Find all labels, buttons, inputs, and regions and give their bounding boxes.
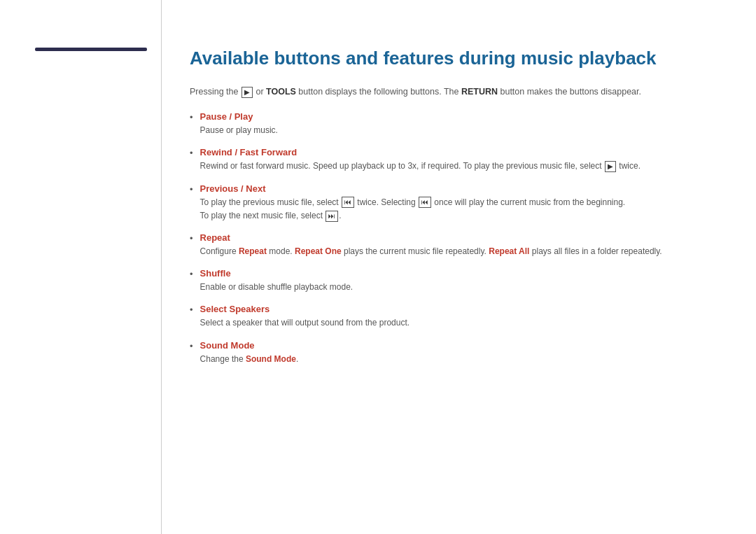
bullet-dot-5: • — [190, 269, 193, 279]
bullet-title-previous-next: Previous / Next — [200, 183, 714, 194]
rewind-icon-inline: ▶ — [605, 161, 616, 172]
bullet-content-2: Rewind / Fast Forward Rewind or fast for… — [200, 147, 714, 173]
tools-label: TOOLS — [266, 87, 296, 97]
next-icon-inline: ⏭ — [326, 211, 338, 222]
list-item-select-speakers: • Select Speakers Select a speaker that … — [190, 304, 714, 330]
list-item-shuffle: • Shuffle Enable or disable shuffle play… — [190, 268, 714, 294]
bullet-title-pause-play: Pause / Play — [200, 111, 714, 122]
intro-paragraph: Pressing the ▶ or TOOLS button displays … — [190, 85, 714, 99]
page-title: Available buttons and features during mu… — [190, 48, 714, 69]
bullet-content-4: Repeat Configure Repeat mode. Repeat One… — [200, 232, 714, 258]
list-item-sound-mode: • Sound Mode Change the Sound Mode. — [190, 340, 714, 366]
bullet-content-3: Previous / Next To play the previous mus… — [200, 183, 714, 223]
bullet-desc-rewind: Rewind or fast forward music. Speed up p… — [200, 161, 640, 171]
sidebar-decoration-bar — [35, 48, 147, 51]
play-icon-inline: ▶ — [241, 87, 253, 98]
bullet-title-select-speakers: Select Speakers — [200, 304, 714, 314]
list-item-previous-next: • Previous / Next To play the previous m… — [190, 183, 714, 223]
sound-mode-highlight: Sound Mode — [246, 354, 296, 364]
bullet-dot-1: • — [190, 112, 193, 122]
content-area: Available buttons and features during mu… — [161, 0, 756, 534]
return-label: RETURN — [461, 87, 498, 97]
bullet-content-5: Shuffle Enable or disable shuffle playba… — [200, 268, 714, 294]
bullet-title-shuffle: Shuffle — [200, 268, 714, 279]
left-sidebar — [0, 0, 161, 534]
bullet-dot-4: • — [190, 233, 193, 244]
bullet-desc-repeat: Configure Repeat mode. Repeat One plays … — [200, 246, 662, 256]
bullet-title-rewind: Rewind / Fast Forward — [200, 147, 714, 157]
repeat-highlight-1: Repeat — [239, 246, 267, 256]
bullet-title-sound-mode: Sound Mode — [200, 340, 714, 351]
prev-icon-inline-2: ⏮ — [419, 197, 431, 208]
bullet-content-6: Select Speakers Select a speaker that wi… — [200, 304, 714, 330]
bullet-title-repeat: Repeat — [200, 232, 714, 243]
bullet-dot-2: • — [190, 148, 193, 158]
bullet-dot-6: • — [190, 304, 193, 315]
bullet-desc-shuffle: Enable or disable shuffle playback mode. — [200, 282, 354, 292]
bullet-desc-sound-mode: Change the Sound Mode. — [200, 354, 299, 364]
bullet-dot-7: • — [190, 341, 193, 351]
repeat-highlight-3: Repeat All — [489, 246, 529, 256]
bullet-dot-3: • — [190, 184, 193, 195]
list-item-pause-play: • Pause / Play Pause or play music. — [190, 111, 714, 137]
bullet-content-1: Pause / Play Pause or play music. — [200, 111, 714, 137]
page-container: Available buttons and features during mu… — [0, 0, 756, 534]
bullet-desc-pause-play: Pause or play music. — [200, 125, 278, 135]
list-item-repeat: • Repeat Configure Repeat mode. Repeat O… — [190, 232, 714, 258]
bullet-content-7: Sound Mode Change the Sound Mode. — [200, 340, 714, 366]
repeat-highlight-2: Repeat One — [295, 246, 342, 256]
prev-icon-inline-1: ⏮ — [342, 197, 354, 208]
feature-list: • Pause / Play Pause or play music. • Re… — [190, 111, 714, 366]
bullet-desc-select-speakers: Select a speaker that will output sound … — [200, 318, 410, 328]
list-item-rewind: • Rewind / Fast Forward Rewind or fast f… — [190, 147, 714, 173]
bullet-desc-previous-next: To play the previous music file, select … — [200, 197, 626, 220]
